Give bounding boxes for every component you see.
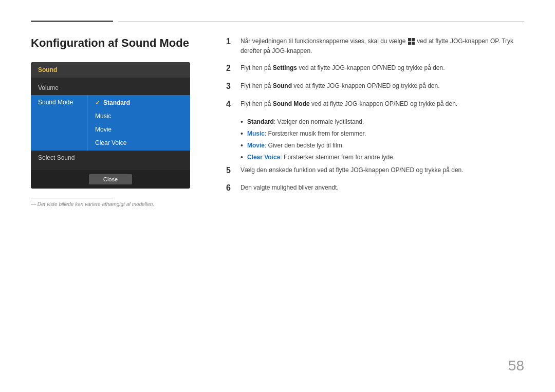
tv-menu-header-label: Sound: [38, 66, 57, 73]
tv-submenu: Standard Music Movie Clear Voice: [87, 95, 190, 151]
bullet-text-movie: Movie: Giver den bedste lyd til film.: [247, 141, 344, 150]
tv-menu-item-selectsound[interactable]: Select Sound: [31, 151, 190, 165]
bottom-note: ― Det viste billede kan variere afhængig…: [31, 201, 206, 207]
step-6: 6 Den valgte mulighed bliver anvendt.: [226, 183, 524, 194]
step-1-number: 1: [226, 36, 235, 47]
step-1: 1 Når vejledningen til funktionsknappern…: [226, 36, 524, 56]
tv-submenu-item-movie[interactable]: Movie: [88, 123, 190, 136]
left-column: Konfiguration af Sound Mode Sound Volume…: [31, 36, 206, 207]
tv-submenu-item-music[interactable]: Music: [88, 109, 190, 123]
bullet-text-standard: Standard: Vælger den normale lydtilstand…: [247, 117, 364, 126]
bullet-item-standard: • Standard: Vælger den normale lydtilsta…: [240, 117, 524, 126]
bullet-text-music: Music: Forstærker musik frem for stemmer…: [247, 129, 366, 138]
bullet-item-clearvoice: • Clear Voice: Forstærker stemmer frem f…: [240, 153, 524, 162]
step-4: 4 Flyt hen på Sound Mode ved at flytte J…: [226, 99, 524, 110]
step-2-text: Flyt hen på Settings ved at flytte JOG-k…: [240, 63, 524, 73]
tv-submenu-item-clearvoice[interactable]: Clear Voice: [88, 136, 190, 150]
tv-submenu-container: Sound Mode Standard Music Movie: [31, 95, 190, 151]
top-line-light: [118, 21, 524, 22]
bullet-list: • Standard: Vælger den normale lydtilsta…: [240, 117, 524, 162]
tv-menu-item-volume[interactable]: Volume: [31, 81, 190, 95]
tv-menu-footer: Close: [31, 170, 190, 189]
top-lines: [31, 21, 524, 22]
step-6-text: Den valgte mulighed bliver anvendt.: [240, 183, 524, 193]
bullet-item-movie: • Movie: Giver den bedste lyd til film.: [240, 141, 524, 150]
step-3: 3 Flyt hen på Sound ved at flytte JOG-kn…: [226, 81, 524, 92]
bullet-dot-2: •: [240, 129, 243, 138]
step-3-number: 3: [226, 81, 235, 92]
step-2: 2 Flyt hen på Settings ved at flytte JOG…: [226, 63, 524, 74]
top-line-dark: [31, 21, 113, 22]
step-5-number: 5: [226, 165, 235, 176]
main-content: Konfiguration af Sound Mode Sound Volume…: [31, 36, 524, 207]
grid-icon: [408, 38, 415, 45]
tv-menu-item-soundmode[interactable]: Sound Mode: [31, 95, 87, 151]
step-3-text: Flyt hen på Sound ved at flytte JOG-knap…: [240, 81, 524, 91]
step-5: 5 Vælg den ønskede funktion ved at flytt…: [226, 165, 524, 176]
right-column: 1 Når vejledningen til funktionsknappern…: [226, 36, 524, 201]
page-container: Konfiguration af Sound Mode Sound Volume…: [0, 0, 555, 392]
bullet-text-clearvoice: Clear Voice: Forstærker stemmer frem for…: [247, 153, 395, 162]
bullet-dot-4: •: [240, 153, 243, 162]
page-title: Konfiguration af Sound Mode: [31, 36, 206, 50]
tv-menu: Sound Volume Sound Mode Stan: [31, 62, 190, 189]
bullet-dot-3: •: [240, 141, 243, 150]
step-4-text: Flyt hen på Sound Mode ved at flytte JOG…: [240, 99, 524, 109]
tv-menu-body: Volume Sound Mode Standard Music: [31, 78, 190, 168]
bullet-dot-1: •: [240, 117, 243, 126]
step-4-number: 4: [226, 99, 235, 110]
bottom-note-divider: [31, 198, 113, 198]
page-number: 58: [508, 358, 524, 374]
bullet-item-music: • Music: Forstærker musik frem for stemm…: [240, 129, 524, 138]
tv-menu-header: Sound: [31, 62, 190, 78]
step-6-number: 6: [226, 183, 235, 194]
tv-submenu-item-standard[interactable]: Standard: [88, 96, 190, 109]
step-2-number: 2: [226, 63, 235, 74]
step-5-text: Vælg den ønskede funktion ved at flytte …: [240, 165, 524, 175]
tv-close-button[interactable]: Close: [89, 174, 132, 184]
step-1-text: Når vejledningen til funktionsknapperne …: [240, 36, 524, 56]
